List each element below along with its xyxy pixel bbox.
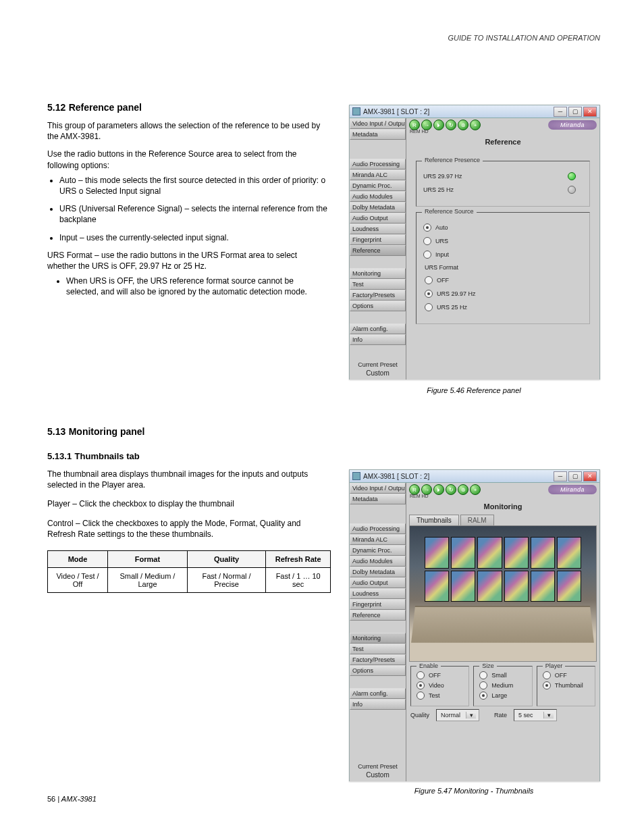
- radio-row[interactable]: Video: [417, 681, 463, 689]
- radio-row[interactable]: URS 29.97 Hz: [425, 290, 583, 298]
- radio-player-off[interactable]: [543, 671, 551, 679]
- status-icon: +: [470, 120, 481, 130]
- radio-row[interactable]: OFF: [543, 671, 589, 679]
- sidebar-item-miranda-alc[interactable]: Miranda ALC: [350, 534, 406, 545]
- sidebar-item-monitoring[interactable]: Monitoring: [350, 268, 406, 279]
- paragraph: The thumbnail area displays thumbnail im…: [47, 469, 331, 490]
- radio-enable-test[interactable]: [417, 692, 425, 700]
- status-icon: ⊛: [458, 484, 468, 495]
- radio-row[interactable]: URS: [423, 237, 583, 245]
- sidebar-item-test[interactable]: Test: [350, 644, 406, 654]
- settings-table: Mode Format Quality Refresh Rate Video /…: [47, 550, 331, 593]
- sidebar-item-audio-modules[interactable]: Audio Modules: [350, 191, 406, 202]
- sidebar-item-audio-processing[interactable]: Audio Processing: [350, 523, 406, 534]
- sidebar-item-alarm-config[interactable]: Alarm config.: [350, 688, 406, 699]
- sidebar-item-audio-output[interactable]: Audio Output: [350, 577, 406, 588]
- window-titlebar[interactable]: AMX-3981 [ SLOT : 2] ─ ▢ ✕: [350, 105, 599, 118]
- rate-dropdown[interactable]: 5 sec▾: [514, 709, 557, 721]
- radio-size-small[interactable]: [479, 671, 487, 679]
- radio-auto[interactable]: [423, 224, 431, 232]
- status-led-gray: [568, 186, 576, 194]
- section-title: Reference panel: [69, 102, 142, 113]
- radio-row[interactable]: Test: [417, 692, 463, 700]
- radio-row[interactable]: Auto: [423, 224, 583, 232]
- list-item: Auto – this mode selects the first sourc…: [59, 175, 327, 197]
- page-header: GUIDE TO INSTALLATION AND OPERATION: [448, 34, 600, 42]
- sidebar-item-fingerprint[interactable]: Fingerprint: [350, 234, 406, 245]
- tab-thumbnails[interactable]: Thumbnails: [409, 515, 459, 525]
- section-title: Monitoring panel: [69, 426, 145, 437]
- radio-size-large[interactable]: [479, 692, 487, 700]
- section-heading: 5.12 Reference panel: [47, 101, 327, 113]
- list-item: URS (Universal Reference Signal) – selec…: [59, 203, 327, 225]
- radio-urs-2997[interactable]: [425, 290, 433, 298]
- close-button[interactable]: ✕: [583, 471, 597, 481]
- sidebar-item-dynamic-proc[interactable]: Dynamic Proc.: [350, 545, 406, 556]
- sidebar-item-video-io[interactable]: Video Input / Output: [350, 483, 406, 494]
- radio-player-thumbnail[interactable]: [543, 681, 551, 689]
- sidebar-item-factory-presets[interactable]: Factory/Presets: [350, 654, 406, 665]
- urs-format-subgroup: URS Format OFF URS 29.97 Hz URS 25 Hz: [425, 264, 583, 311]
- window-titlebar[interactable]: AMX-3981 [ SLOT : 2] ─ ▢ ✕: [350, 470, 599, 483]
- maximize-button[interactable]: ▢: [568, 107, 582, 117]
- radio-row[interactable]: URS 25 Hz: [425, 303, 583, 311]
- section-num: 5.13: [47, 426, 65, 437]
- sidebar-item-reference[interactable]: Reference: [350, 610, 406, 621]
- radio-input[interactable]: [423, 251, 431, 259]
- radio-row[interactable]: Medium: [479, 681, 526, 689]
- radio-urs[interactable]: [423, 237, 431, 245]
- miranda-logo: Miranda: [548, 120, 597, 130]
- subsection-num: 5.13.1: [47, 451, 72, 461]
- radio-enable-video[interactable]: [417, 681, 425, 689]
- sidebar-item-dolby-metadata[interactable]: Dolby Metadata: [350, 567, 406, 577]
- group-title: Reference Source: [422, 208, 477, 215]
- monitoring-panel-window: AMX-3981 [ SLOT : 2] ─ ▢ ✕ Video Input /…: [349, 469, 600, 781]
- sidebar-item-video-io[interactable]: Video Input / Output: [350, 118, 406, 129]
- tab-ralm[interactable]: RALM: [460, 515, 494, 525]
- sidebar-item-info[interactable]: Info: [350, 699, 406, 710]
- radio-row[interactable]: Input: [423, 251, 583, 259]
- sidebar-item-loudness[interactable]: Loudness: [350, 588, 406, 599]
- radio-row[interactable]: Large: [479, 692, 526, 700]
- size-group: Size Small Medium Large: [473, 666, 532, 706]
- sidebar-item-miranda-alc[interactable]: Miranda ALC: [350, 170, 406, 180]
- radio-row[interactable]: Thumbnail: [543, 681, 589, 689]
- sidebar-item-options[interactable]: Options: [350, 301, 406, 311]
- sidebar-item-options[interactable]: Options: [350, 665, 406, 676]
- minimize-button[interactable]: ─: [554, 107, 567, 117]
- sidebar-item-audio-modules[interactable]: Audio Modules: [350, 556, 406, 567]
- monitoring-pane: R → ⏵ ↻ ⊛ + REM HD Miranda Monitoring Th…: [406, 483, 599, 781]
- radio-urs-off[interactable]: [425, 276, 433, 284]
- sidebar-item-audio-processing[interactable]: Audio Processing: [350, 159, 406, 170]
- close-button[interactable]: ✕: [583, 107, 597, 117]
- sidebar-item-monitoring[interactable]: Monitoring: [350, 633, 406, 644]
- quality-label: Quality: [410, 712, 429, 719]
- maximize-button[interactable]: ▢: [568, 471, 582, 481]
- sidebar-item-audio-output[interactable]: Audio Output: [350, 213, 406, 224]
- sidebar-item-fingerprint[interactable]: Fingerprint: [350, 599, 406, 610]
- reference-pane: R → ⏵ ↻ ⊛ + REM HD Miranda Reference Ref…: [406, 118, 599, 380]
- sidebar-item-factory-presets[interactable]: Factory/Presets: [350, 290, 406, 301]
- radio-row[interactable]: OFF: [425, 276, 583, 284]
- group-title: Size: [479, 662, 497, 669]
- sidebar-item-alarm-config[interactable]: Alarm config.: [350, 323, 406, 334]
- radio-urs-25[interactable]: [425, 303, 433, 311]
- sidebar-item-dolby-metadata[interactable]: Dolby Metadata: [350, 202, 406, 213]
- sidebar-item-loudness[interactable]: Loudness: [350, 224, 406, 234]
- window-title: AMX-3981 [ SLOT : 2]: [363, 473, 429, 480]
- sidebar-item-info[interactable]: Info: [350, 334, 406, 345]
- presence-row: URS 25 Hz: [423, 186, 583, 194]
- sidebar-item-reference[interactable]: Reference: [350, 245, 406, 256]
- quality-dropdown[interactable]: Normal▾: [436, 709, 479, 721]
- reference-presence-group: Reference Presence URS 29.97 Hz URS 25 H…: [416, 161, 590, 207]
- sidebar-item-test[interactable]: Test: [350, 279, 406, 290]
- minimize-button[interactable]: ─: [554, 471, 567, 481]
- radio-row[interactable]: OFF: [417, 671, 463, 679]
- sidebar-item-metadata[interactable]: Metadata: [350, 494, 406, 504]
- radio-size-medium[interactable]: [479, 681, 487, 689]
- radio-row[interactable]: Small: [479, 671, 526, 679]
- radio-enable-off[interactable]: [417, 671, 425, 679]
- sidebar-item-dynamic-proc[interactable]: Dynamic Proc.: [350, 180, 406, 191]
- enable-group: Enable OFF Video Test: [410, 666, 469, 706]
- sidebar-item-metadata[interactable]: Metadata: [350, 129, 406, 140]
